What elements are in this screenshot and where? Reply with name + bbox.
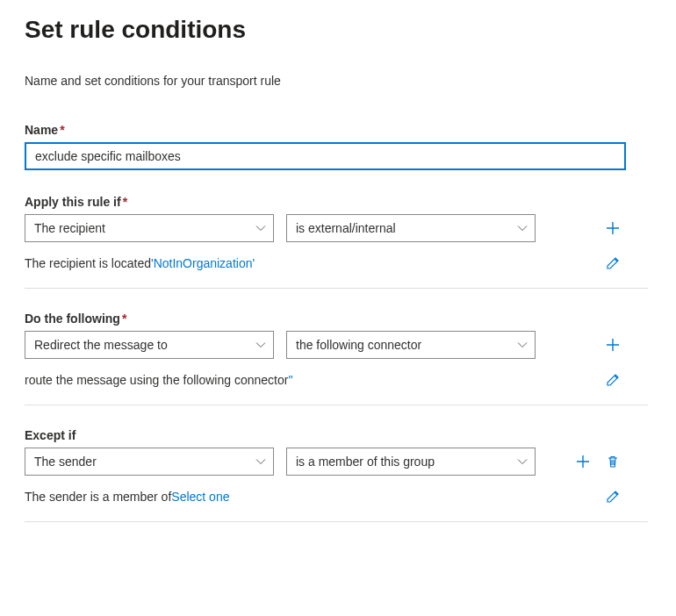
required-asterisk: * [122,312,126,326]
chevron-down-icon [517,456,528,467]
apply-if-label-text: Apply this rule if [25,195,121,209]
do-following-block: Do the following* Redirect the message t… [25,312,651,405]
name-label-text: Name [25,123,58,137]
add-condition-button[interactable] [604,219,622,237]
do-following-target-select[interactable]: the following connector [286,331,536,359]
divider [25,521,648,522]
except-if-label-text: Except if [25,428,76,442]
do-following-action-value: Redirect the message to [34,338,168,352]
do-following-target-value: the following connector [296,338,421,352]
edit-condition-button[interactable] [604,254,622,272]
apply-if-summary-text: The recipient is located [25,256,151,270]
apply-if-summary-link[interactable]: 'NotInOrganization' [151,256,255,270]
required-asterisk: * [60,123,64,137]
except-if-block: Except if The sender is a member of this… [25,428,651,522]
divider [25,405,648,405]
name-input[interactable] [25,142,626,170]
except-if-summary-text: The sender is a member of [25,490,171,504]
apply-if-condition-select[interactable]: The recipient [25,214,274,242]
page-subtitle: Name and set conditions for your transpo… [25,74,651,88]
except-if-label: Except if [25,428,651,442]
add-exception-button[interactable] [574,453,592,470]
required-asterisk: * [123,195,127,209]
add-action-button[interactable] [604,336,622,354]
except-if-predicate-select[interactable]: is a member of this group [286,448,536,476]
chevron-down-icon [517,223,528,233]
except-if-condition-value: The sender [34,455,97,469]
chevron-down-icon [255,456,266,467]
do-following-label-text: Do the following [25,312,120,326]
apply-if-predicate-value: is external/internal [296,221,396,235]
chevron-down-icon [255,223,266,233]
divider [25,288,648,289]
edit-action-button[interactable] [604,371,622,389]
apply-if-condition-value: The recipient [34,221,105,235]
edit-exception-button[interactable] [604,488,622,505]
apply-if-block: Apply this rule if* The recipient is ext… [25,195,651,289]
do-following-summary-link[interactable]: '' [288,373,292,387]
page-title: Set rule conditions [25,16,651,44]
name-block: Name* [25,123,651,170]
do-following-summary-text: route the message using the following co… [25,373,288,387]
delete-exception-button[interactable] [604,453,622,470]
except-if-summary-link[interactable]: Select one [171,490,229,504]
except-if-predicate-value: is a member of this group [296,455,435,469]
except-if-condition-select[interactable]: The sender [25,448,274,476]
apply-if-label: Apply this rule if* [25,195,651,209]
name-label: Name* [25,123,651,137]
chevron-down-icon [255,340,266,350]
do-following-label: Do the following* [25,312,651,326]
do-following-action-select[interactable]: Redirect the message to [25,331,274,359]
apply-if-predicate-select[interactable]: is external/internal [286,214,536,242]
chevron-down-icon [517,340,528,350]
